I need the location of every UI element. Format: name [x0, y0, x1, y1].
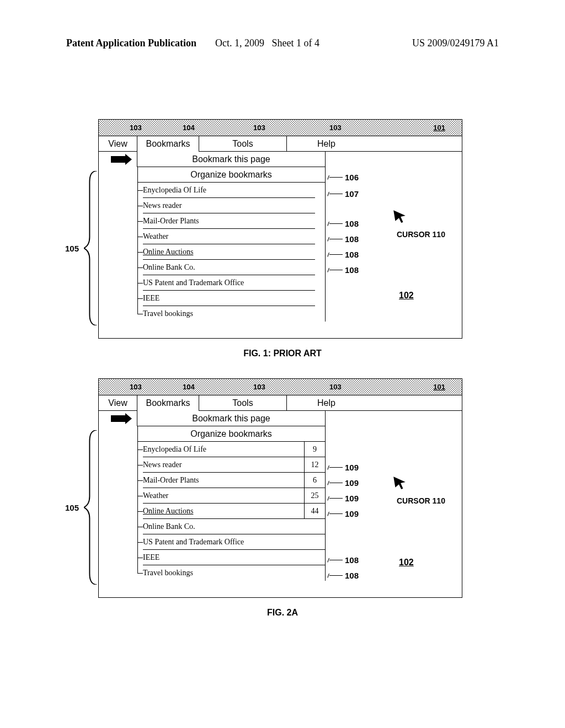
ref-108: 108 — [345, 234, 359, 244]
bookmark-item[interactable]: IEEE — [143, 550, 325, 565]
cursor-label: CURSOR 110 — [397, 230, 445, 239]
figure-1-window: 103 104 103 103 101 View Bookmarks Tools… — [98, 119, 462, 339]
ref-108: 108 — [345, 250, 359, 259]
action-organize-bookmarks[interactable]: Organize bookmarks — [137, 167, 325, 183]
ref-108: 108 — [345, 555, 359, 565]
back-arrow-icon[interactable] — [99, 152, 137, 167]
ref-104: 104 — [183, 383, 195, 391]
bookmark-item[interactable]: IEEE — [143, 291, 315, 306]
header-patent-number: US 2009/0249179 A1 — [412, 38, 499, 49]
ref-103: 103 — [253, 124, 265, 132]
action-bookmark-page[interactable]: Bookmark this page — [137, 152, 325, 167]
bookmark-item[interactable]: News reader — [143, 198, 315, 213]
menu-bookmarks[interactable]: Bookmarks — [137, 395, 199, 411]
ref-103: 103 — [130, 383, 142, 391]
cursor-label: CURSOR 110 — [397, 496, 445, 505]
cursor-icon — [392, 475, 407, 490]
header-publication: Patent Application Publication — [66, 38, 196, 49]
bookmark-count: 44 — [304, 504, 325, 519]
ref-101: 101 — [433, 124, 445, 132]
ref-109: 109 — [345, 494, 359, 503]
bookmark-item[interactable]: Enyclopedia Of Life — [143, 442, 304, 457]
back-arrow-icon[interactable] — [99, 411, 137, 426]
menu-tools[interactable]: Tools — [199, 136, 286, 152]
bookmark-item[interactable]: Mail-Order Plants — [143, 213, 315, 229]
bookmark-item[interactable]: Weather — [143, 488, 304, 504]
bookmark-item[interactable]: Travel bookings — [143, 565, 325, 581]
ref-108: 108 — [345, 265, 359, 275]
ref-101: 101 — [433, 383, 445, 391]
action-organize-bookmarks[interactable]: Organize bookmarks — [137, 426, 325, 442]
title-bar: 103 104 103 103 101 — [99, 120, 462, 136]
menu-help[interactable]: Help — [286, 395, 462, 411]
ref-103: 103 — [130, 124, 142, 132]
menu-bar: View Bookmarks Tools Help — [99, 136, 462, 152]
bookmark-count: 6 — [304, 473, 325, 488]
bookmark-item[interactable]: News reader — [143, 457, 304, 473]
bookmark-item[interactable]: US Patent and Trademark Office — [143, 275, 315, 291]
menu-view[interactable]: View — [99, 136, 137, 152]
bookmark-item[interactable]: Online Bank Co. — [143, 260, 315, 275]
bookmark-count: 25 — [304, 488, 325, 504]
page-header: Patent Application Publication Oct. 1, 2… — [0, 38, 565, 49]
bookmark-item[interactable]: Travel bookings — [143, 306, 315, 322]
figure-2a-caption: FIG. 2A — [0, 608, 565, 618]
header-date: Oct. 1, 2009 Sheet 1 of 4 — [215, 38, 319, 49]
menu-bookmarks[interactable]: Bookmarks — [137, 136, 199, 152]
ref-108: 108 — [345, 219, 359, 228]
brace-105: 105 — [84, 430, 98, 585]
ref-106: 106 — [345, 173, 359, 182]
action-bookmark-page[interactable]: Bookmark this page — [137, 411, 325, 426]
ref-103: 103 — [329, 383, 342, 391]
figure-2a-window: 103 104 103 103 101 View Bookmarks Tools… — [98, 378, 462, 598]
menu-tools[interactable]: Tools — [199, 395, 286, 411]
bookmark-item[interactable]: Online Auctions — [143, 244, 315, 260]
bookmark-count: 12 — [304, 457, 325, 473]
ref-103: 103 — [329, 124, 342, 132]
bookmark-item[interactable]: Online Bank Co. — [143, 519, 325, 534]
menu-bar: View Bookmarks Tools Help — [99, 395, 462, 411]
menu-help[interactable]: Help — [286, 136, 462, 152]
ref-102: 102 — [399, 558, 414, 568]
ref-107: 107 — [345, 189, 359, 199]
ref-109: 109 — [345, 509, 359, 518]
ref-108: 108 — [345, 571, 359, 580]
bookmark-item[interactable]: Mail-Order Plants — [143, 473, 304, 488]
bookmark-count: 9 — [304, 442, 325, 457]
ref-109: 109 — [345, 478, 359, 488]
ref-104: 104 — [183, 124, 195, 132]
ref-102: 102 — [399, 291, 414, 301]
menu-view[interactable]: View — [99, 395, 137, 411]
ref-103: 103 — [253, 383, 265, 391]
ref-109: 109 — [345, 463, 359, 472]
title-bar: 103 104 103 103 101 — [99, 379, 462, 395]
bookmark-item[interactable]: Online Auctions — [143, 504, 304, 519]
bookmark-item[interactable]: US Patent and Trademark Office — [143, 534, 325, 550]
figure-1-caption: FIG. 1: PRIOR ART — [0, 349, 565, 358]
bookmark-item[interactable]: Weather — [143, 229, 315, 244]
bookmark-item[interactable]: Enyclopedia Of Life — [143, 183, 315, 198]
cursor-icon — [392, 209, 407, 223]
brace-105: 105 — [84, 171, 98, 325]
